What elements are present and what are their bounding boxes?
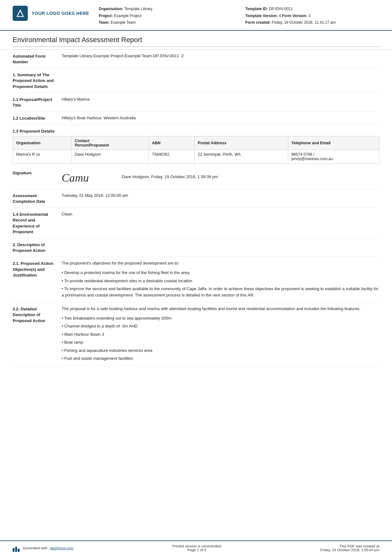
bar1	[13, 548, 15, 552]
page: YOUR LOGO GOES HERE Organisation: Templa…	[0, 0, 392, 555]
header-meta-right: Template ID: DP-ENV-0011 Template Versio…	[245, 6, 379, 26]
section2-1-bullets: Develop a protected marina for the use o…	[62, 269, 379, 299]
project-value: Example Project	[114, 14, 141, 18]
generated-by-link[interactable]: dashpivot.com	[50, 546, 73, 550]
form-created-value: Friday, 19 October 2018, 11:41:17 am	[272, 20, 335, 25]
footer: Generated with dashpivot.com Printed ver…	[0, 540, 392, 555]
col-postal: Postal Address	[194, 136, 288, 150]
col-telephone: Telephone and Email	[288, 136, 379, 150]
list-item: Boat ramp	[62, 338, 379, 346]
template-id-label: Template ID:	[245, 7, 268, 11]
content: Automated Form Number Template Library-E…	[0, 50, 392, 540]
logo-box: YOUR LOGO GOES HERE	[13, 6, 89, 21]
signature-value: Camu Dave Hodgson, Friday, 19 October 20…	[62, 170, 379, 186]
section1-row: 1. Summary of The Proposed Action and Pr…	[13, 68, 379, 93]
template-version-label: Template Version:	[245, 14, 278, 18]
proponent-table: Organisation ContactPerson/Proponent ABN…	[13, 136, 379, 164]
automated-form-number-value: Template Library-Example Project-Example…	[62, 53, 379, 59]
header-meta: Organisation: Template Library Project: …	[99, 6, 379, 26]
cell-postal: 22 Seminyak, Perth, WA	[194, 150, 288, 163]
report-title-bar: Environmental Impact Assessment Report	[0, 31, 392, 50]
cell-abn: 75846352	[149, 150, 194, 163]
list-item: To provide residential development sites…	[62, 277, 379, 285]
section2-1-content: The proponent's objectives for the propo…	[62, 260, 379, 299]
section2-label: 2. Description of Proposed Action	[13, 241, 62, 253]
section2-2-content: The proposal is for a safe boating harbo…	[62, 306, 379, 363]
organisation-line: Organisation: Template Library	[99, 6, 233, 13]
team-value: Example Team	[111, 20, 136, 25]
col-organisation: Organisation	[13, 136, 71, 150]
template-id-line: Template ID: DP-ENV-0011	[245, 6, 379, 13]
proponent-table-head: Organisation ContactPerson/Proponent ABN…	[13, 136, 379, 150]
assessment-date-label: Assessment Completion Date	[13, 192, 62, 204]
list-item: Main Harbour Basin 3	[62, 330, 379, 339]
logo-text: YOUR LOGO GOES HERE	[32, 10, 89, 16]
footer-pdf-created-line1: This PDF was created at	[320, 544, 379, 548]
list-item: Two breakwaters extending out to sea app…	[62, 314, 379, 322]
template-version-line: Template Version: 4 Form Version: 3	[245, 13, 379, 20]
footer-page-info-line2: Page 1 of 3	[173, 548, 221, 552]
section1-4-value: Clean	[62, 211, 379, 218]
logo-svg	[15, 8, 25, 18]
footer-logo-icon	[13, 544, 20, 552]
form-version-value: 3	[309, 14, 311, 18]
form-created-line: Form created: Friday, 19 October 2018, 1…	[245, 19, 379, 26]
form-created-label: Form created:	[245, 20, 271, 25]
section1-4-row: 1.4 Environmental Record and Experience …	[13, 208, 379, 238]
team-line: Team: Example Team	[99, 19, 233, 26]
section1-1-value: Hillary's Marina	[62, 96, 379, 103]
signature-row: Signature Camu Dave Hodgson, Friday, 19 …	[13, 167, 379, 189]
automated-form-number-label: Automated Form Number	[13, 53, 62, 65]
section2-2-intro: The proposal is for a safe boating harbo…	[62, 306, 379, 312]
section1-1-label: 1.1 Proposal/Project Title	[13, 96, 62, 108]
automated-form-number-row: Automated Form Number Template Library-E…	[13, 50, 379, 68]
table-row: Marina's R us Dave Hodgson 75846352 22 S…	[13, 150, 379, 163]
section2-1-intro: The proponent's objectives for the propo…	[62, 260, 379, 267]
section2-2-bullets: Two breakwaters extending out to sea app…	[62, 314, 379, 363]
bar3	[18, 549, 20, 552]
team-label: Team:	[99, 20, 109, 25]
form-version-label: Form Version:	[282, 14, 308, 18]
generated-by-prefix: Generated with	[23, 546, 47, 550]
assessment-date-value: Tuesday, 01 May 2018, 12:00:00 am	[62, 192, 379, 199]
template-id-value: DP-ENV-0011	[269, 7, 293, 11]
list-item: Fishing and aquaculture industries servi…	[62, 346, 379, 355]
section1-2-row: 1.2 Location/Site Hillary's Boat Harbour…	[13, 112, 379, 125]
section2-2-label: 2.2. Detailed Description of Proposed Ac…	[13, 306, 62, 324]
section1-4-label: 1.4 Environmental Record and Experience …	[13, 211, 62, 235]
header-meta-left: Organisation: Template Library Project: …	[99, 6, 233, 26]
section1-2-label: 1.2 Location/Site	[13, 115, 62, 121]
organisation-label: Organisation:	[99, 7, 123, 11]
cell-organisation: Marina's R us	[13, 150, 71, 163]
list-item: Fuel and waste management facilities	[62, 354, 379, 363]
project-label: Project:	[99, 14, 113, 18]
header: YOUR LOGO GOES HERE Organisation: Templa…	[0, 0, 392, 31]
signature-label: Signature	[13, 170, 62, 175]
list-item: Channel dredged to a depth of -3m AHD	[62, 322, 379, 330]
col-abn: ABN	[149, 136, 194, 150]
cell-telephone: 96574 0768 /jenny@marinas.com.au	[288, 150, 379, 163]
section2-row: 2. Description of Proposed Action	[13, 238, 379, 257]
section1-2-value: Hillary's Boat Harbour, Western Australi…	[62, 115, 379, 122]
report-title: Environmental Impact Assessment Report	[13, 36, 379, 47]
section1-3-label: 1.3 Proponent Details	[13, 129, 379, 134]
cell-contact: Dave Hodgson	[71, 150, 149, 163]
footer-page-info-line1: Printed version is uncontrolled	[173, 544, 221, 548]
footer-left: Generated with dashpivot.com	[13, 544, 73, 552]
bar2	[15, 547, 17, 552]
section1-3-section: 1.3 Proponent Details Organisation Conta…	[13, 125, 379, 167]
list-item: To improve the services and facilities a…	[62, 285, 379, 299]
logo-icon	[13, 6, 28, 21]
footer-center: Printed version is uncontrolled Page 1 o…	[173, 544, 221, 552]
proponent-table-header-row: Organisation ContactPerson/Proponent ABN…	[13, 136, 379, 150]
section2-1-row: 2.1. Proposed Action Objective(s) and Ju…	[13, 257, 379, 302]
section2-1-label: 2.1. Proposed Action Objective(s) and Ju…	[13, 260, 62, 278]
footer-right: This PDF was created at Friday, 19 Octob…	[320, 544, 379, 552]
proponent-table-body: Marina's R us Dave Hodgson 75846352 22 S…	[13, 150, 379, 163]
col-contact: ContactPerson/Proponent	[71, 136, 149, 150]
template-version-value: 4	[279, 14, 281, 18]
footer-pdf-created-line2: Friday, 19 October 2018, 1:55:04 pm	[320, 548, 379, 552]
section1-label: 1. Summary of The Proposed Action and Pr…	[13, 72, 62, 90]
assessment-date-row: Assessment Completion Date Tuesday, 01 M…	[13, 189, 379, 208]
section2-2-row: 2.2. Detailed Description of Proposed Ac…	[13, 302, 379, 366]
